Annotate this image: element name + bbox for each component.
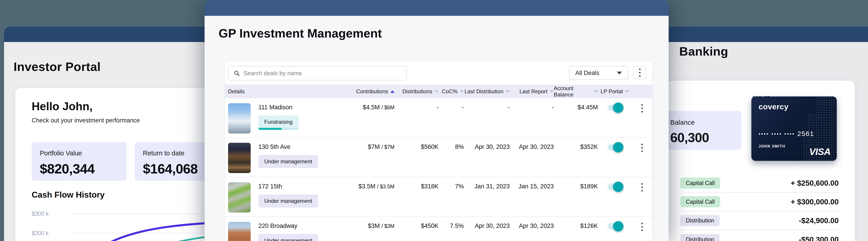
last-report-cell: Jan 15, 2023 xyxy=(510,182,554,191)
deals-panel: All Deals Details Contributions Distribu… xyxy=(225,62,652,241)
toolbar-menu-button[interactable] xyxy=(633,66,646,79)
deal-row-172-15th[interactable]: 172 15th Under management $3.5M / $3.5M … xyxy=(225,177,652,217)
deals-filter-value: All Deals xyxy=(575,70,599,76)
deal-thumbnail xyxy=(228,182,251,212)
banking-card: Wallet Balance 60,300 covercy •••• •••• … xyxy=(667,81,855,241)
card-number-dots: •••• •••• •••• xyxy=(758,131,795,137)
column-details[interactable]: Details xyxy=(228,88,351,95)
transaction-type-badge: Capital Call xyxy=(680,196,720,207)
column-contributions[interactable]: Contributions xyxy=(351,88,395,95)
coc-cell: 7.5% xyxy=(438,222,464,230)
banking-titlebar xyxy=(655,27,868,42)
gp-titlebar xyxy=(205,0,669,16)
column-distributions[interactable]: Distributions xyxy=(395,88,438,95)
deal-row-130-5th-ave[interactable]: 130 5th Ave Under management $7M / $7M $… xyxy=(225,138,652,177)
transaction-row: Capital Call + $300,000.00 xyxy=(680,193,839,211)
column-last-distribution[interactable]: Last Distribution xyxy=(464,88,510,95)
table-header: Details Contributions Distributions CoC%… xyxy=(225,85,652,98)
contributions-cell: $4.5M / $6M xyxy=(351,103,395,111)
account-balance-cell: $189K xyxy=(554,182,598,191)
deals-toolbar: All Deals xyxy=(225,62,652,85)
gp-window: GP Investment Management All Deals xyxy=(205,0,669,241)
search-box[interactable] xyxy=(228,66,407,80)
contributions-cell: $3M / $3M xyxy=(351,222,395,230)
column-lp-portal[interactable]: LP Portal xyxy=(598,88,632,95)
fundraising-progress-bar xyxy=(258,128,298,130)
deals-filter-dropdown[interactable]: All Deals xyxy=(569,66,628,80)
last-report-cell: Apr 30, 2023 xyxy=(510,143,554,151)
row-menu-kebab-icon[interactable] xyxy=(641,223,643,231)
deal-row-220-broadway[interactable]: 220 Broadway Under management $3M / $3M … xyxy=(225,217,652,241)
deal-name: 220 Broadway xyxy=(258,222,318,230)
investor-portal-title: Investor Portal xyxy=(13,60,101,74)
account-balance-cell: $126K xyxy=(554,222,598,230)
desktop-backdrop: Investor Portal Hello John, Check out yo… xyxy=(0,0,868,241)
deal-name: 130 5th Ave xyxy=(258,143,318,151)
status-badge: Under management xyxy=(258,155,318,168)
transaction-row: Distribution -$24,900.00 xyxy=(680,211,839,230)
transaction-row: Distribution -$50,300.00 xyxy=(680,230,839,241)
row-menu-kebab-icon[interactable] xyxy=(641,104,643,112)
card-number: •••• •••• •••• 2561 xyxy=(758,130,814,138)
row-menu-kebab-icon[interactable] xyxy=(641,183,643,192)
portfolio-value-card: Portfolio Value $820,344 xyxy=(32,142,127,181)
gp-title: GP Investment Management xyxy=(219,26,382,40)
toggle-knob xyxy=(613,221,623,232)
deal-thumbnail xyxy=(228,222,251,241)
column-account-balance[interactable]: Account Balance xyxy=(554,85,598,98)
card-holder-name: JOHN SMITH xyxy=(758,144,785,148)
distributions-cell: $318K xyxy=(395,182,438,191)
banking-title: Banking xyxy=(679,44,728,58)
lp-portal-toggle[interactable] xyxy=(608,105,622,111)
column-coc[interactable]: CoC% xyxy=(438,88,464,95)
portfolio-value-amount: $820,344 xyxy=(40,161,119,177)
lp-portal-toggle[interactable] xyxy=(608,223,622,230)
deal-thumbnail xyxy=(228,143,251,173)
sort-desc-icon xyxy=(625,90,629,93)
balance-label: Balance xyxy=(670,118,741,126)
distributions-cell: $560K xyxy=(395,143,438,151)
greeting-text: Hello John, xyxy=(32,100,92,113)
transaction-type-badge: Distribution xyxy=(680,234,719,241)
status-badge: Under management xyxy=(258,195,318,208)
lp-portal-toggle[interactable] xyxy=(608,144,622,150)
column-last-report[interactable]: Last Report xyxy=(510,88,554,95)
kebab-icon xyxy=(639,68,641,77)
transaction-type-badge: Distribution xyxy=(680,215,719,226)
chevron-down-icon xyxy=(617,72,622,74)
last-distribution-cell: Apr 30, 2023 xyxy=(464,143,510,151)
coc-cell: - xyxy=(438,103,464,111)
sort-asc-icon xyxy=(391,90,395,93)
transactions-list: Capital Call + $250,600.00 Capital Call … xyxy=(680,174,839,241)
deal-row-111-madison[interactable]: 111 Madison Fundraising $4.5M / $6M - - … xyxy=(225,98,652,138)
search-icon xyxy=(234,70,240,76)
search-input[interactable] xyxy=(243,70,401,77)
toggle-knob xyxy=(613,142,623,152)
transaction-row: Capital Call + $250,600.00 xyxy=(680,174,839,193)
sort-desc-icon xyxy=(550,90,554,93)
portfolio-value-label: Portfolio Value xyxy=(40,149,119,157)
transaction-type-badge: Capital Call xyxy=(680,177,720,188)
status-badge: Under management xyxy=(258,234,318,241)
row-menu-kebab-icon[interactable] xyxy=(641,144,643,152)
sort-desc-icon xyxy=(594,90,598,93)
transaction-amount: + $300,000.00 xyxy=(791,198,839,206)
greeting-subtitle: Check out your investment performance xyxy=(32,117,140,124)
last-distribution-cell: Apr 30, 2023 xyxy=(464,222,510,230)
card-last-digits: 2561 xyxy=(797,130,814,137)
last-report-cell: Apr 30, 2023 xyxy=(510,222,554,230)
cash-flow-history-title: Cash Flow History xyxy=(32,190,105,200)
coc-cell: 8% xyxy=(438,143,464,151)
last-distribution-cell: - xyxy=(464,103,510,111)
sort-desc-icon xyxy=(434,90,438,93)
distributions-cell: $450K xyxy=(395,222,438,230)
lp-portal-toggle[interactable] xyxy=(608,184,622,190)
last-distribution-cell: Jan 31, 2023 xyxy=(464,182,510,191)
account-balance-cell: $352K xyxy=(554,143,598,151)
balance-card: Balance 60,300 xyxy=(659,111,741,150)
coc-cell: 7% xyxy=(438,182,464,191)
toggle-knob xyxy=(613,182,623,192)
balance-amount: 60,300 xyxy=(670,130,741,145)
visa-logo: VISA xyxy=(809,146,831,157)
transaction-amount: -$50,300.00 xyxy=(799,235,839,241)
